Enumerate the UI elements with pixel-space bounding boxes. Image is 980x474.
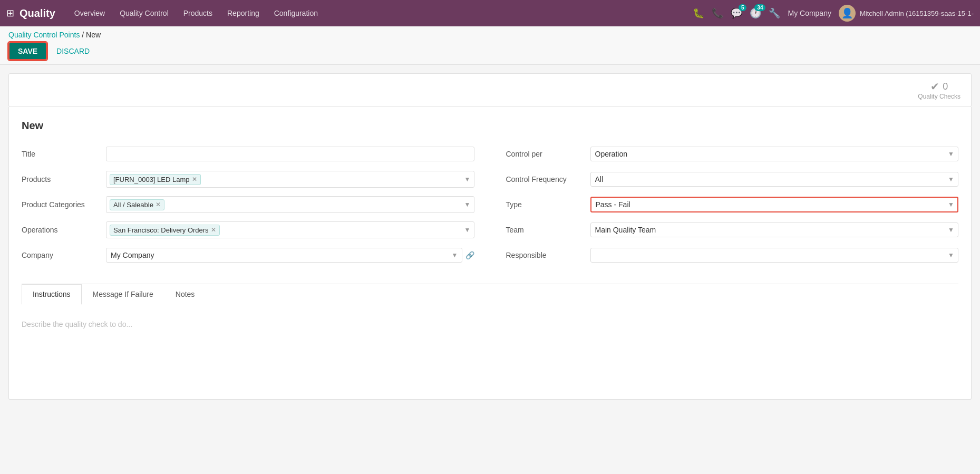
control-per-label: Control per (506, 150, 590, 158)
responsible-select-wrapper: ▼ (590, 248, 959, 263)
tab-message-if-failure[interactable]: Message If Failure (82, 284, 164, 305)
nav-quality-control[interactable]: Quality Control (113, 6, 175, 21)
operations-tag-0: San Francisco: Delivery Orders ✕ (110, 225, 220, 236)
breadcrumb: Quality Control Points / New (8, 31, 972, 39)
discard-button[interactable]: DISCARD (52, 43, 94, 59)
team-select[interactable]: Main Quality Team (590, 223, 959, 237)
team-row: Team Main Quality Team ▼ (506, 220, 959, 239)
company-select[interactable]: My Company (106, 248, 462, 263)
breadcrumb-current: New (86, 31, 101, 39)
bug-icon[interactable]: 🐛 (693, 7, 704, 19)
external-link-icon[interactable]: 🔗 (465, 251, 474, 259)
tabs-area: Instructions Message If Failure Notes De… (22, 284, 958, 399)
quality-checks-count-row: ✔ 0 (930, 80, 948, 93)
top-navigation: ⊞ Quality Overview Quality Control Produ… (0, 0, 980, 26)
operations-tag-text: San Francisco: Delivery Orders (113, 226, 209, 234)
operations-dropdown-arrow: ▼ (464, 226, 471, 234)
type-select[interactable]: Pass - Fail (590, 197, 959, 212)
breadcrumb-parent[interactable]: Quality Control Points (8, 31, 80, 39)
product-categories-label: Product Categories (22, 200, 106, 209)
main-content: ✔ 0 Quality Checks New Title Products (0, 65, 980, 408)
responsible-label: Responsible (506, 251, 590, 259)
toolbar: SAVE DISCARD (8, 42, 972, 64)
nav-products[interactable]: Products (177, 6, 219, 21)
tab-notes[interactable]: Notes (164, 284, 206, 305)
responsible-row: Responsible ▼ (506, 246, 959, 265)
stats-row: ✔ 0 Quality Checks (8, 73, 972, 107)
settings-icon[interactable]: 🔧 (769, 7, 780, 19)
brand-logo[interactable]: Quality (20, 7, 55, 20)
product-tag-remove[interactable]: ✕ (192, 176, 197, 183)
product-category-tag-remove[interactable]: ✕ (156, 201, 161, 208)
grid-menu-icon[interactable]: ⊞ (6, 7, 14, 19)
control-per-select-wrapper: Operation ▼ (590, 147, 959, 161)
type-label: Type (506, 200, 590, 209)
title-row: Title (22, 144, 474, 163)
control-frequency-row: Control Frequency All ▼ (506, 170, 959, 189)
nav-actions: 🐛 📞 💬 5 🕐 34 🔧 My Company 👤 Mitchell Adm… (693, 5, 974, 22)
company-row: Company My Company ▼ 🔗 (22, 246, 474, 265)
type-row: Type Pass - Fail ▼ (506, 195, 959, 214)
product-tag-text: [FURN_0003] LED Lamp (113, 176, 190, 183)
subheader: Quality Control Points / New SAVE DISCAR… (0, 26, 980, 65)
save-button[interactable]: SAVE (8, 42, 47, 60)
form-right: Control per Operation ▼ Control Frequenc… (506, 144, 959, 271)
tab-content-instructions: Describe the quality check to do... (22, 304, 958, 399)
nav-links: Overview Quality Control Products Report… (68, 6, 693, 21)
company-selector[interactable]: My Company (788, 9, 831, 17)
team-label: Team (506, 226, 590, 234)
control-frequency-label: Control Frequency (506, 175, 590, 183)
breadcrumb-separator: / (82, 31, 86, 39)
product-tag-0: [FURN_0003] LED Lamp ✕ (110, 174, 201, 185)
operations-label: Operations (22, 226, 106, 234)
operations-field[interactable]: San Francisco: Delivery Orders ✕ ▼ (106, 221, 474, 238)
form-left: Title Products [FURN_0003] LED Lamp ✕ ▼ (22, 144, 474, 271)
control-per-select[interactable]: Operation (590, 147, 959, 161)
type-select-wrapper: Pass - Fail ▼ (590, 197, 959, 212)
product-categories-dropdown-arrow: ▼ (464, 201, 471, 208)
operations-tag-remove[interactable]: ✕ (211, 226, 216, 234)
control-per-row: Control per Operation ▼ (506, 144, 959, 163)
activity-icon[interactable]: 🕐 34 (750, 7, 761, 19)
form-title: New (22, 120, 958, 132)
products-dropdown-arrow: ▼ (464, 176, 471, 183)
team-select-wrapper: Main Quality Team ▼ (590, 223, 959, 237)
phone-icon[interactable]: 📞 (712, 7, 723, 19)
chat-badge: 5 (739, 4, 747, 11)
quality-checks-label: Quality Checks (918, 93, 960, 100)
form-card: New Title Products [FURN_0003] LED Lamp … (8, 107, 972, 400)
control-frequency-select-wrapper: All ▼ (590, 172, 959, 187)
control-frequency-select[interactable]: All (590, 172, 959, 187)
nav-reporting[interactable]: Reporting (221, 6, 266, 21)
product-category-tag-text: All / Saleable (113, 201, 153, 209)
title-input[interactable] (106, 147, 474, 161)
responsible-select[interactable] (590, 248, 959, 263)
tab-instructions[interactable]: Instructions (22, 284, 82, 305)
user-menu[interactable]: 👤 Mitchell Admin (16151359-saas-15-1- (839, 5, 974, 22)
instructions-placeholder[interactable]: Describe the quality check to do... (22, 315, 958, 334)
tabs-header: Instructions Message If Failure Notes (22, 284, 958, 304)
company-select-wrapper: My Company ▼ (106, 248, 462, 263)
nav-overview[interactable]: Overview (68, 6, 111, 21)
form-body: Title Products [FURN_0003] LED Lamp ✕ ▼ (22, 144, 958, 271)
activity-badge: 34 (754, 4, 765, 11)
avatar: 👤 (839, 5, 856, 22)
quality-checks-stat[interactable]: ✔ 0 Quality Checks (918, 80, 960, 100)
nav-configuration[interactable]: Configuration (268, 6, 324, 21)
product-categories-row: Product Categories All / Saleable ✕ ▼ (22, 195, 474, 214)
checkmark-icon: ✔ (930, 80, 939, 93)
company-label: Company (22, 251, 106, 259)
chat-icon[interactable]: 💬 5 (731, 7, 742, 19)
product-categories-field[interactable]: All / Saleable ✕ ▼ (106, 196, 474, 213)
title-label: Title (22, 150, 106, 158)
operations-row: Operations San Francisco: Delivery Order… (22, 220, 474, 239)
products-field[interactable]: [FURN_0003] LED Lamp ✕ ▼ (106, 171, 474, 188)
products-label: Products (22, 175, 106, 183)
quality-checks-count: 0 (943, 81, 948, 92)
products-row: Products [FURN_0003] LED Lamp ✕ ▼ (22, 170, 474, 189)
username-label: Mitchell Admin (16151359-saas-15-1- (860, 9, 974, 17)
product-category-tag-0: All / Saleable ✕ (110, 199, 164, 210)
